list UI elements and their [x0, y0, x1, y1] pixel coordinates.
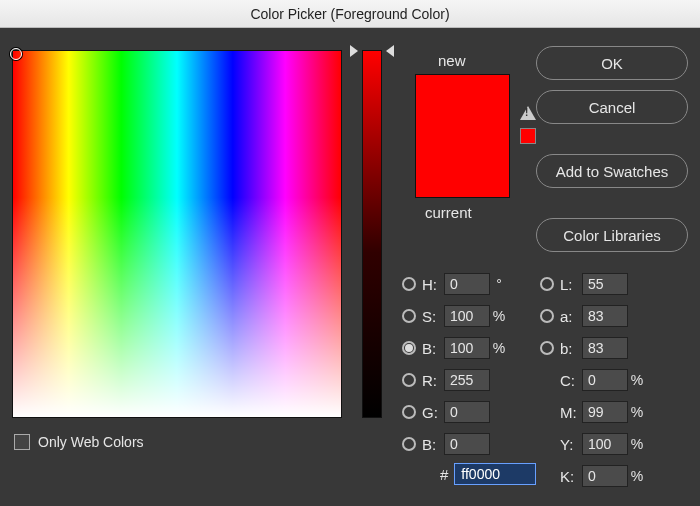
gamut-warning-icon[interactable] — [520, 106, 536, 120]
only-web-colors-label: Only Web Colors — [38, 434, 144, 450]
radio-l[interactable] — [540, 277, 554, 291]
radio-b-lab[interactable] — [540, 341, 554, 355]
label-y: Y: — [560, 436, 582, 453]
suffix-m: % — [628, 404, 646, 420]
input-r[interactable] — [444, 369, 490, 391]
preview-new-swatch[interactable] — [416, 75, 509, 197]
add-to-swatches-button[interactable]: Add to Swatches — [536, 154, 688, 188]
color-preview — [415, 74, 510, 198]
input-b-lab[interactable] — [582, 337, 628, 359]
input-l[interactable] — [582, 273, 628, 295]
checkbox-icon — [14, 434, 30, 450]
hue-slider[interactable] — [352, 50, 392, 418]
input-g[interactable] — [444, 401, 490, 423]
dialog-body: new current OK Cancel Add to Swatches Co… — [0, 28, 700, 506]
button-column: OK Cancel Add to Swatches Color Librarie… — [536, 46, 688, 252]
hue-thumb-left-icon — [350, 45, 358, 57]
suffix-b-hsb: % — [490, 340, 508, 356]
input-c[interactable] — [582, 369, 628, 391]
radio-a[interactable] — [540, 309, 554, 323]
input-b-hsb[interactable] — [444, 337, 490, 359]
input-hex[interactable] — [454, 463, 536, 485]
titlebar: Color Picker (Foreground Color) — [0, 0, 700, 28]
suffix-h: ° — [490, 276, 508, 292]
preview-label-new: new — [438, 52, 466, 69]
color-libraries-button[interactable]: Color Libraries — [536, 218, 688, 252]
input-b-rgb[interactable] — [444, 433, 490, 455]
ok-button[interactable]: OK — [536, 46, 688, 80]
gamut-nearest-swatch[interactable] — [520, 128, 536, 144]
input-s[interactable] — [444, 305, 490, 327]
suffix-k: % — [628, 468, 646, 484]
label-b-hsb: B: — [422, 340, 444, 357]
numeric-fields: H: ° L: S: % a: — [402, 268, 688, 460]
suffix-c: % — [628, 372, 646, 388]
color-spectrum[interactable] — [12, 50, 342, 418]
suffix-s: % — [490, 308, 508, 324]
input-y[interactable] — [582, 433, 628, 455]
radio-b-rgb[interactable] — [402, 437, 416, 451]
suffix-y: % — [628, 436, 646, 452]
input-k[interactable] — [582, 465, 628, 487]
label-b-rgb: B: — [422, 436, 444, 453]
hex-hash-label: # — [440, 466, 448, 483]
input-m[interactable] — [582, 401, 628, 423]
hex-row: # — [440, 463, 536, 485]
label-a: a: — [560, 308, 582, 325]
hue-thumb-right-icon — [386, 45, 394, 57]
radio-g[interactable] — [402, 405, 416, 419]
label-h: H: — [422, 276, 444, 293]
hue-gradient[interactable] — [362, 50, 382, 418]
label-k: K: — [560, 468, 582, 485]
preview-label-current: current — [425, 204, 472, 221]
radio-s[interactable] — [402, 309, 416, 323]
cancel-button[interactable]: Cancel — [536, 90, 688, 124]
only-web-colors-checkbox[interactable]: Only Web Colors — [14, 434, 144, 450]
label-c: C: — [560, 372, 582, 389]
label-m: M: — [560, 404, 582, 421]
input-a[interactable] — [582, 305, 628, 327]
label-r: R: — [422, 372, 444, 389]
radio-h[interactable] — [402, 277, 416, 291]
input-h[interactable] — [444, 273, 490, 295]
label-s: S: — [422, 308, 444, 325]
label-g: G: — [422, 404, 444, 421]
radio-b-hsb[interactable] — [402, 341, 416, 355]
label-b-lab: b: — [560, 340, 582, 357]
radio-r[interactable] — [402, 373, 416, 387]
label-l: L: — [560, 276, 582, 293]
spectrum-cursor-icon — [10, 48, 22, 60]
window-title: Color Picker (Foreground Color) — [250, 6, 449, 22]
